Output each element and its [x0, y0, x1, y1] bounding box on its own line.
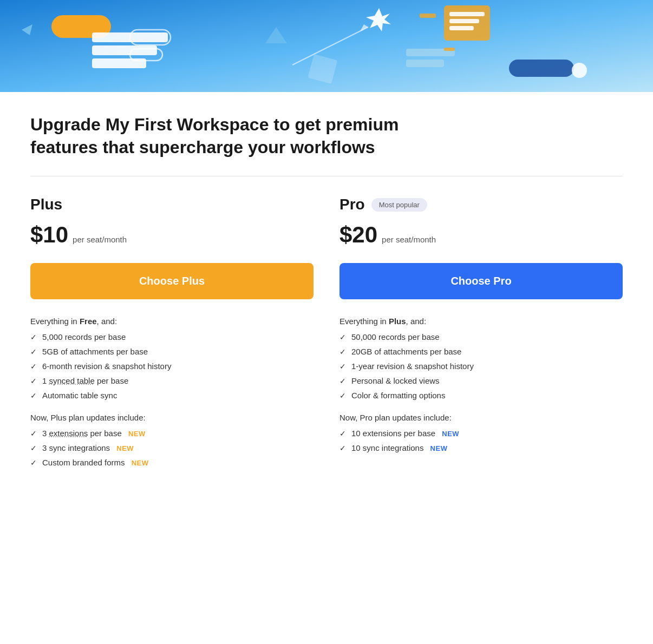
svg-rect-14	[449, 26, 474, 30]
list-item: ✓ 1-year revision & snapshot history	[339, 362, 623, 371]
check-icon: ✓	[339, 362, 346, 371]
pro-features-section: Everything in Plus, and: ✓ 50,000 record…	[339, 317, 623, 452]
list-item: ✓ 3 extensions per base NEW	[30, 429, 314, 438]
list-item: ✓ 3 sync integrations NEW	[30, 443, 314, 452]
check-icon: ✓	[339, 333, 346, 341]
svg-rect-4	[92, 45, 157, 55]
plus-updates-list: ✓ 3 extensions per base NEW ✓ 3 sync int…	[30, 429, 314, 467]
list-item: ✓ 10 extensions per base NEW	[339, 429, 623, 438]
pro-price-row: $20 per seat/month	[339, 222, 623, 248]
plus-plan-column: Plus $10 per seat/month Choose Plus Ever…	[30, 196, 314, 480]
check-icon: ✓	[30, 347, 37, 356]
plus-features-section: Everything in Free, and: ✓ 5,000 records…	[30, 317, 314, 467]
svg-rect-21	[420, 14, 436, 18]
new-badge: NEW	[116, 444, 134, 452]
pro-feature-list: ✓ 50,000 records per base ✓ 20GB of atta…	[339, 332, 623, 400]
page-title: Upgrade My First Workspace to get premiu…	[30, 114, 409, 159]
svg-rect-13	[449, 19, 479, 23]
list-item: ✓ Automatic table sync	[30, 391, 314, 400]
list-item: ✓ Color & formatting options	[339, 391, 623, 400]
svg-rect-12	[449, 12, 485, 16]
svg-rect-15	[509, 60, 574, 77]
list-item: ✓ 6-month revision & snapshot history	[30, 362, 314, 371]
plus-plan-name: Plus	[30, 196, 62, 213]
feature-text: 5GB of attachments per base	[42, 347, 148, 356]
list-item: ✓ Custom branded forms NEW	[30, 458, 314, 467]
plus-feature-list: ✓ 5,000 records per base ✓ 5GB of attach…	[30, 332, 314, 400]
feature-text: 10 sync integrations NEW	[351, 443, 447, 452]
feature-text: 1-year revision & snapshot history	[351, 362, 474, 371]
pro-plan-name: Pro	[339, 196, 365, 213]
svg-rect-22	[444, 48, 455, 51]
svg-point-16	[572, 63, 587, 78]
list-item: ✓ 50,000 records per base	[339, 332, 623, 341]
feature-text: Automatic table sync	[42, 391, 117, 400]
new-badge: NEW	[442, 430, 459, 438]
check-icon: ✓	[30, 458, 37, 467]
check-icon: ✓	[339, 377, 346, 385]
popular-badge: Most popular	[371, 198, 427, 212]
check-icon: ✓	[339, 347, 346, 356]
list-item: ✓ 1 synced table per base	[30, 376, 314, 385]
check-icon: ✓	[30, 429, 37, 438]
pro-features-intro: Everything in Plus, and:	[339, 317, 623, 326]
pro-updates-intro: Now, Pro plan updates include:	[339, 413, 623, 422]
plus-updates-intro: Now, Plus plan updates include:	[30, 413, 314, 422]
pro-plan-column: Pro Most popular $20 per seat/month Choo…	[339, 196, 623, 480]
plus-features-intro: Everything in Free, and:	[30, 317, 314, 326]
plus-price-row: $10 per seat/month	[30, 222, 314, 248]
feature-text: 6-month revision & snapshot history	[42, 362, 171, 371]
hero-banner	[0, 0, 653, 92]
plus-price-label: per seat/month	[73, 235, 127, 244]
pro-price-amount: $20	[339, 222, 377, 248]
check-icon: ✓	[30, 391, 37, 400]
feature-text: 3 sync integrations NEW	[42, 443, 134, 452]
list-item: ✓ 5GB of attachments per base	[30, 347, 314, 356]
feature-text: Custom branded forms NEW	[42, 458, 149, 467]
list-item: ✓ 20GB of attachments per base	[339, 347, 623, 356]
choose-plus-button[interactable]: Choose Plus	[30, 263, 314, 299]
svg-rect-18	[406, 60, 444, 67]
feature-text: 3 extensions per base NEW	[42, 429, 146, 438]
main-content: Upgrade My First Workspace to get premiu…	[0, 92, 653, 512]
section-divider	[30, 176, 623, 176]
plus-plan-header: Plus	[30, 196, 314, 213]
svg-rect-5	[92, 58, 146, 68]
check-icon: ✓	[30, 377, 37, 385]
list-item: ✓ 5,000 records per base	[30, 332, 314, 341]
check-icon: ✓	[30, 362, 37, 371]
list-item: ✓ Personal & locked views	[339, 376, 623, 385]
new-badge: NEW	[128, 430, 146, 438]
check-icon: ✓	[30, 333, 37, 341]
new-badge: NEW	[132, 459, 149, 467]
check-icon: ✓	[339, 429, 346, 438]
feature-text: 1 synced table per base	[42, 376, 128, 385]
list-item: ✓ 10 sync integrations NEW	[339, 443, 623, 452]
check-icon: ✓	[30, 444, 37, 452]
pro-updates-list: ✓ 10 extensions per base NEW ✓ 10 sync i…	[339, 429, 623, 452]
feature-text: Color & formatting options	[351, 391, 445, 400]
feature-text: Personal & locked views	[351, 376, 440, 385]
feature-text: 50,000 records per base	[351, 332, 440, 341]
feature-text: 20GB of attachments per base	[351, 347, 461, 356]
choose-pro-button[interactable]: Choose Pro	[339, 263, 623, 299]
feature-text: 10 extensions per base NEW	[351, 429, 459, 438]
pro-price-label: per seat/month	[382, 235, 436, 244]
plus-price-amount: $10	[30, 222, 68, 248]
plans-container: Plus $10 per seat/month Choose Plus Ever…	[30, 196, 623, 480]
check-icon: ✓	[339, 444, 346, 452]
check-icon: ✓	[339, 391, 346, 400]
pro-plan-header: Pro Most popular	[339, 196, 623, 213]
feature-text: 5,000 records per base	[42, 332, 126, 341]
new-badge: NEW	[430, 444, 448, 452]
